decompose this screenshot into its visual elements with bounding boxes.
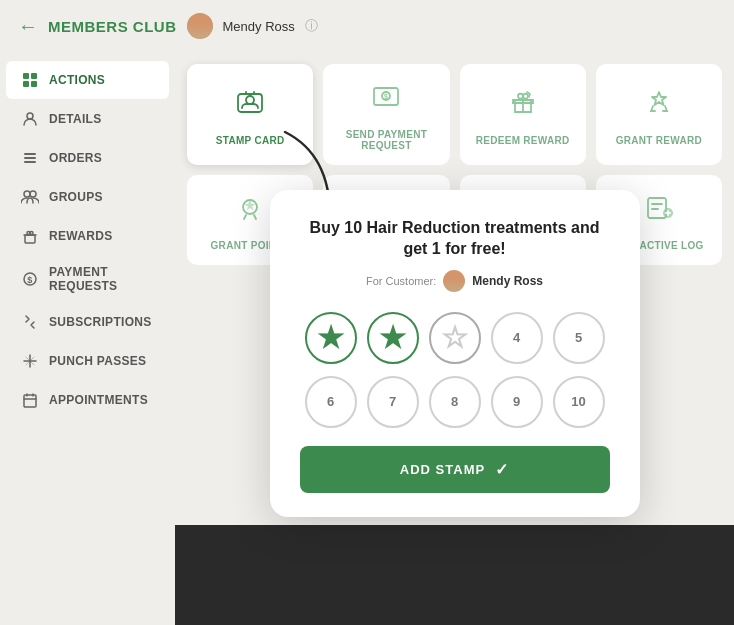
groups-icon bbox=[20, 187, 40, 207]
stamp-3[interactable]: ☆ bbox=[429, 312, 481, 364]
sidebar: ACTIONS DETAILS ORDERS bbox=[0, 52, 175, 625]
header: ← MEMBERS CLUB Mendy Ross ⓘ bbox=[0, 0, 734, 52]
stamp-4[interactable]: 4 bbox=[491, 312, 543, 364]
stamp-1[interactable]: ★ bbox=[305, 312, 357, 364]
appointments-icon bbox=[20, 390, 40, 410]
sidebar-item-orders[interactable]: ORDERS bbox=[6, 139, 169, 177]
svg-rect-1 bbox=[31, 73, 37, 79]
svg-text:$: $ bbox=[27, 275, 32, 285]
svg-point-8 bbox=[24, 191, 30, 197]
star-outline-icon: ☆ bbox=[441, 320, 468, 355]
punch-passes-label: PUNCH PASSES bbox=[49, 354, 146, 368]
svg-rect-7 bbox=[24, 161, 36, 163]
back-button[interactable]: ← bbox=[18, 16, 38, 36]
sidebar-item-punch-passes[interactable]: PUNCH PASSES bbox=[6, 342, 169, 380]
stamp-8-label: 8 bbox=[451, 394, 458, 409]
appointments-label: APPOINTMENTS bbox=[49, 393, 148, 407]
svg-rect-10 bbox=[25, 235, 35, 243]
details-label: DETAILS bbox=[49, 112, 102, 126]
info-icon[interactable]: ⓘ bbox=[305, 17, 318, 35]
add-stamp-label: ADD STAMP bbox=[400, 462, 485, 477]
actions-label: ACTIONS bbox=[49, 73, 105, 87]
customer-label: For Customer: bbox=[366, 275, 436, 287]
main-layout: ACTIONS DETAILS ORDERS bbox=[0, 52, 734, 625]
rewards-icon bbox=[20, 226, 40, 246]
svg-rect-3 bbox=[31, 81, 37, 87]
details-icon bbox=[20, 109, 40, 129]
orders-icon bbox=[20, 148, 40, 168]
sidebar-item-groups[interactable]: GROUPS bbox=[6, 178, 169, 216]
groups-label: GROUPS bbox=[49, 190, 103, 204]
svg-rect-13 bbox=[24, 395, 36, 407]
stamp-row-2: 6 7 8 9 10 bbox=[300, 376, 610, 428]
stamp-10-label: 10 bbox=[571, 394, 585, 409]
stamp-row-1: ★ ★ ☆ 4 5 bbox=[300, 312, 610, 364]
payment-label: PAYMENT REQUESTS bbox=[49, 265, 155, 293]
punch-passes-icon bbox=[20, 351, 40, 371]
stamp-8[interactable]: 8 bbox=[429, 376, 481, 428]
sidebar-item-payment-requests[interactable]: $ PAYMENT REQUESTS bbox=[6, 256, 169, 302]
stamp-9[interactable]: 9 bbox=[491, 376, 543, 428]
add-stamp-button[interactable]: ADD STAMP ✓ bbox=[300, 446, 610, 493]
svg-rect-5 bbox=[24, 153, 36, 155]
payment-icon: $ bbox=[20, 269, 40, 289]
stamp-10[interactable]: 10 bbox=[553, 376, 605, 428]
stamp-9-label: 9 bbox=[513, 394, 520, 409]
modal-title: Buy 10 Hair Reduction treatments and get… bbox=[300, 218, 610, 260]
avatar bbox=[187, 13, 213, 39]
svg-point-9 bbox=[30, 191, 36, 197]
svg-rect-6 bbox=[24, 157, 36, 159]
stamp-6-label: 6 bbox=[327, 394, 334, 409]
user-name: Mendy Ross bbox=[223, 19, 295, 34]
rewards-label: REWARDS bbox=[49, 229, 112, 243]
stamp-7[interactable]: 7 bbox=[367, 376, 419, 428]
stamp-5[interactable]: 5 bbox=[553, 312, 605, 364]
sidebar-item-details[interactable]: DETAILS bbox=[6, 100, 169, 138]
orders-label: ORDERS bbox=[49, 151, 102, 165]
actions-icon bbox=[20, 70, 40, 90]
modal-customer: For Customer: Mendy Ross bbox=[300, 270, 610, 292]
stamp-6[interactable]: 6 bbox=[305, 376, 357, 428]
customer-name: Mendy Ross bbox=[472, 274, 543, 288]
svg-point-4 bbox=[27, 113, 33, 119]
checkmark-icon: ✓ bbox=[495, 460, 509, 479]
subscriptions-label: SUBSCRIPTIONS bbox=[49, 315, 152, 329]
star-full-icon-2: ★ bbox=[379, 320, 406, 355]
svg-rect-2 bbox=[23, 81, 29, 87]
stamp-2[interactable]: ★ bbox=[367, 312, 419, 364]
customer-avatar bbox=[443, 270, 465, 292]
star-full-icon: ★ bbox=[317, 320, 344, 355]
subscriptions-icon bbox=[20, 312, 40, 332]
sidebar-item-appointments[interactable]: APPOINTMENTS bbox=[6, 381, 169, 419]
svg-rect-0 bbox=[23, 73, 29, 79]
main-content: STAMP CARD $ SEND PAYMENT REQUEST bbox=[175, 52, 734, 625]
sidebar-item-subscriptions[interactable]: SUBSCRIPTIONS bbox=[6, 303, 169, 341]
stamp-5-label: 5 bbox=[575, 330, 582, 345]
stamp-4-label: 4 bbox=[513, 330, 520, 345]
page-title: MEMBERS CLUB bbox=[48, 18, 177, 35]
sidebar-item-rewards[interactable]: REWARDS bbox=[6, 217, 169, 255]
modal-overlay: Buy 10 Hair Reduction treatments and get… bbox=[175, 52, 734, 625]
stamp-7-label: 7 bbox=[389, 394, 396, 409]
stamp-card-modal: Buy 10 Hair Reduction treatments and get… bbox=[270, 190, 640, 517]
sidebar-item-actions[interactable]: ACTIONS bbox=[6, 61, 169, 99]
